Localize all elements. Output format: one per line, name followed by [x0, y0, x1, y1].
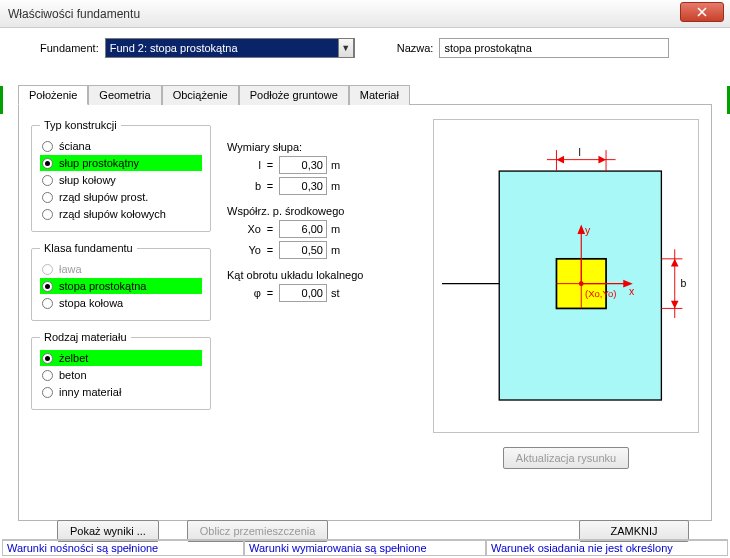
dims-label: Wymiary słupa: [227, 141, 417, 153]
unit-m: m [331, 159, 340, 171]
tab-polozenie[interactable]: Położenie [18, 85, 88, 105]
phi-label: φ [227, 287, 261, 299]
titlebar: Właściwości fundamentu [0, 0, 730, 28]
y-axis-label: y [585, 225, 591, 236]
x-axis-label: x [629, 286, 635, 297]
group-klasa: Klasa fundamentu ława stopa prostokątna … [31, 242, 211, 321]
top-row: Fundament: Fund 2: stopa prostokątna ▼ N… [0, 28, 730, 64]
b-input[interactable] [279, 177, 327, 195]
close-icon[interactable] [680, 2, 724, 22]
status-c: Warunek osiadania nie jest określony [486, 540, 728, 556]
b-label: b [227, 180, 261, 192]
chevron-down-icon[interactable]: ▼ [338, 38, 354, 58]
yo-label: Yo [227, 244, 261, 256]
radio-lawa: ława [40, 261, 202, 277]
svg-marker-17 [671, 259, 679, 267]
legend-material: Rodzaj materiału [40, 331, 131, 343]
l-label: l [227, 159, 261, 171]
status-b: Warunki wymiarowania są spełnione [244, 540, 486, 556]
tabs: Położenie Geometria Obciążenie Podłoże g… [18, 84, 712, 105]
coord-label: Współrz. p. środkowego [227, 205, 417, 217]
tab-podloze[interactable]: Podłoże gruntowe [239, 85, 349, 105]
radio-sciana[interactable]: ściana [40, 138, 202, 154]
l-dim-label: l [578, 147, 580, 158]
phi-input[interactable] [279, 284, 327, 302]
svg-marker-13 [598, 156, 606, 164]
svg-marker-18 [671, 301, 679, 309]
unit-st: st [331, 287, 340, 299]
b-dim-label: b [680, 278, 686, 289]
fundament-combo[interactable]: Fund 2: stopa prostokątna ▼ [105, 38, 355, 58]
fundament-label: Fundament: [40, 42, 99, 54]
xo-input[interactable] [279, 220, 327, 238]
xo-label: Xo [227, 223, 261, 235]
diagram-frame: y x (Xo,Yo) l [433, 119, 699, 433]
center-label: (Xo,Yo) [585, 288, 616, 299]
radio-slup-prost[interactable]: słup prostokątny [40, 155, 202, 171]
update-drawing-button: Aktualizacja rysunku [503, 447, 629, 469]
fundament-value: Fund 2: stopa prostokątna [110, 42, 238, 54]
radio-rzad-prost[interactable]: rząd słupów prost. [40, 189, 202, 205]
window-title: Właściwości fundamentu [8, 7, 140, 21]
tab-obciazenie[interactable]: Obciążenie [162, 85, 239, 105]
radio-slup-kolowy[interactable]: słup kołowy [40, 172, 202, 188]
l-input[interactable] [279, 156, 327, 174]
radio-stopa-kol[interactable]: stopa kołowa [40, 295, 202, 311]
radio-rzad-kol[interactable]: rząd słupów kołowych [40, 206, 202, 222]
decorative-stripe [0, 86, 3, 114]
radio-beton[interactable]: beton [40, 367, 202, 383]
radio-stopa-prost[interactable]: stopa prostokątna [40, 278, 202, 294]
radio-inny[interactable]: inny materiał [40, 384, 202, 400]
tab-material[interactable]: Materiał [349, 85, 410, 105]
legend-typ: Typ konstrukcji [40, 119, 121, 131]
nazwa-label: Nazwa: [397, 42, 434, 54]
nazwa-input[interactable] [439, 38, 669, 58]
diagram-svg: y x (Xo,Yo) l [442, 128, 690, 424]
status-bar: Warunki nośności są spełnione Warunki wy… [2, 539, 728, 556]
radio-zelbet[interactable]: żelbet [40, 350, 202, 366]
legend-klasa: Klasa fundamentu [40, 242, 137, 254]
yo-input[interactable] [279, 241, 327, 259]
rot-label: Kąt obrotu układu lokalnego [227, 269, 417, 281]
group-typ-konstrukcji: Typ konstrukcji ściana słup prostokątny … [31, 119, 211, 232]
tab-geometria[interactable]: Geometria [88, 85, 161, 105]
status-a: Warunki nośności są spełnione [2, 540, 244, 556]
group-material: Rodzaj materiału żelbet beton inny mater… [31, 331, 211, 410]
svg-marker-12 [556, 156, 564, 164]
